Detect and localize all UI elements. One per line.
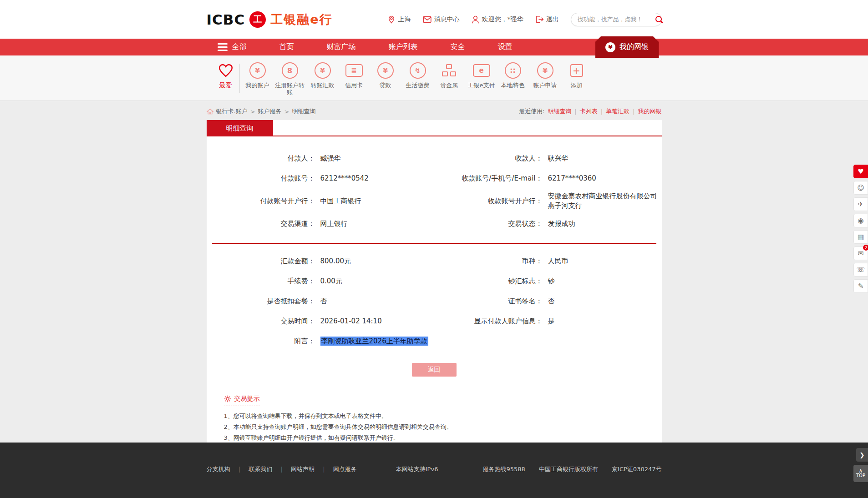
bill-payment-icon: ↯ [410, 62, 426, 79]
heart-icon [218, 63, 234, 78]
payee-bank-line2: 燕子河支行 [548, 201, 657, 211]
toolbar-transfer-remit[interactable]: ¥ 转账汇款 [305, 61, 340, 89]
main-nav: 全部 首页 财富广场 账户列表 安全 设置 ¥ 我的网银 [0, 39, 868, 55]
field-row-memo: 附言： 李刚资助耿亚兰2026上半年助学款 [207, 331, 662, 351]
recent-separator: | [633, 108, 635, 115]
cash-flag-value: 钞 [543, 277, 555, 286]
channel-value: 网上银行 [315, 220, 348, 228]
footer-links: 分支机构｜ 联系我们｜ 网站声明｜ 网点服务 [207, 465, 363, 473]
envelope-icon [423, 16, 431, 23]
toolbar-epay[interactable]: e 工银e支付 [464, 61, 499, 89]
toolbar-loan[interactable]: ¥ 贷款 [368, 61, 403, 89]
toolbar-credit-card[interactable]: ≣ 信用卡 [337, 61, 371, 89]
crumb-bank-card-account[interactable]: 银行卡.账户 [216, 107, 248, 116]
search-input[interactable] [578, 16, 655, 23]
tip-line-3: 3、网银互联账户明细由开户银行提供，如有疑问请联系开户银行。 [224, 433, 662, 442]
my-ebank-ribbon[interactable]: ¥ 我的网银 [595, 36, 659, 58]
beauty-promo-icon[interactable]: ♥ [853, 165, 868, 178]
memo-value-highlighted[interactable]: 李刚资助耿亚兰2026上半年助学款 [320, 337, 428, 346]
toolbar-favorites[interactable]: 最爱 [208, 61, 243, 89]
hotline-icon[interactable]: ☏ [853, 263, 868, 277]
site-search[interactable] [571, 13, 662, 26]
payee-bank-line1: 安徽金寨农村商业银行股份有限公司 [548, 191, 657, 201]
logout-icon [535, 15, 543, 23]
loan-icon: ¥ [377, 62, 394, 79]
toolbar-loan-label: 贷款 [368, 82, 403, 89]
footer-separator: ｜ [321, 465, 327, 473]
crumb-account-service[interactable]: 账户服务 [258, 107, 282, 116]
location-selector[interactable]: 上海 [387, 15, 411, 24]
sidebar-collapse-button[interactable]: ❯ [856, 448, 868, 462]
toolbar-bill-payment[interactable]: ↯ 生活缴费 [401, 61, 435, 89]
toolbar-my-account-label: 我的账户 [240, 82, 275, 89]
fee-value: 0.00元 [315, 277, 342, 286]
breadcrumb: 银行卡.账户 > 账户服务 > 明细查询 [207, 107, 316, 116]
currency-value: 人民币 [543, 257, 569, 266]
toolbar-epay-label: 工银e支付 [464, 82, 499, 89]
toolbar-precious-metal-label: 贵金属 [432, 82, 467, 89]
calendar-icon[interactable]: ▦ [853, 230, 868, 244]
nav-accounts[interactable]: 账户列表 [389, 42, 418, 52]
quick-access-toolbar: 最爱 ¥ 我的账户 8 注册账户转账 ¥ 转账汇款 ≣ 信用卡 ¥ 贷款 ↯ 生… [0, 55, 868, 101]
nav-all-menu[interactable]: 全部 [218, 42, 247, 52]
status-value: 发报成功 [543, 220, 575, 228]
logout-button[interactable]: 退出 [535, 15, 559, 24]
tab-detail-query[interactable]: 明细查询 [207, 120, 273, 136]
floating-sidebar: ♥ ☺ ✈ ◉ ▦ ✉ 2 ☏ ✎ [853, 165, 868, 296]
welcome-label: 欢迎您，*强华 [482, 15, 523, 24]
footer-hotline: 服务热线95588 [482, 466, 525, 473]
recent-link-my-ebank[interactable]: 我的网银 [638, 107, 662, 116]
toolbar-divider [239, 64, 240, 93]
recent-link-single-remit[interactable]: 单笔汇款 [606, 107, 629, 116]
nav-settings-label: 设置 [498, 42, 513, 52]
credit-card-icon: ≣ [345, 64, 363, 77]
footer-icp: 京ICP证030247号 [612, 466, 661, 473]
user-icon [472, 15, 479, 24]
welcome-user[interactable]: 欢迎您，*强华 [472, 15, 523, 24]
nav-wealth[interactable]: 财富广场 [327, 42, 356, 52]
footer-separator: ｜ [279, 465, 284, 473]
toolbar-account-apply[interactable]: ¥ 账户申请 [528, 61, 563, 89]
tip-line-1: 1、您可以将查询结果下载，并保存到文本或电子表格文件中。 [224, 412, 662, 420]
toolbar-add[interactable]: + 添加 [559, 61, 594, 89]
toolbar-bill-payment-label: 生活缴费 [401, 82, 435, 89]
detail-query-panel: 明细查询 付款人： 臧强华 收款人： 耿兴华 付款账号： 6212****054… [207, 120, 662, 466]
send-feedback-icon[interactable]: ✈ [853, 197, 868, 211]
toolbar-precious-metal[interactable]: 贵金属 [432, 61, 467, 89]
footer-link-statement[interactable]: 网站声明 [284, 465, 321, 473]
payee-value: 耿兴华 [543, 154, 569, 163]
footer-link-branches[interactable]: 分支机构 [207, 465, 237, 473]
home-icon[interactable] [207, 108, 213, 115]
mail-badge-count: 2 [863, 245, 868, 251]
back-to-top-button[interactable]: ∧ TOP [853, 465, 868, 482]
footer-copyright: 服务热线95588 中国工商银行版权所有 京ICP证030247号 [471, 465, 661, 473]
top-header: ICBC 工 工银融e行 上海 消息中心 欢迎您，*强华 退出 [0, 0, 868, 39]
back-button[interactable]: 返回 [412, 363, 457, 377]
camera-scan-icon[interactable]: ◉ [853, 214, 868, 227]
search-icon[interactable] [655, 15, 663, 24]
payer-value: 臧强华 [315, 154, 341, 163]
footer-link-contact[interactable]: 联系我们 [242, 465, 279, 473]
recent-link-card-list[interactable]: 卡列表 [580, 107, 598, 116]
payee-label: 收款人： [434, 154, 543, 163]
message-center-link[interactable]: 消息中心 [423, 15, 460, 24]
toolbar-local-features-label: 本地特色 [496, 82, 530, 89]
footer-link-outlets[interactable]: 网点服务 [327, 465, 363, 473]
nav-settings[interactable]: 设置 [498, 42, 513, 52]
currency-label: 币种： [434, 257, 543, 266]
txn-time-label: 交易时间： [207, 317, 315, 326]
mail-notifications-icon[interactable]: ✉ 2 [853, 246, 868, 260]
toolbar-my-account[interactable]: ¥ 我的账户 [240, 61, 275, 89]
customer-service-icon[interactable]: ☺ [853, 181, 868, 195]
nav-security[interactable]: 安全 [451, 42, 465, 52]
notes-icon[interactable]: ✎ [853, 279, 868, 293]
toolbar-registered-transfer[interactable]: 8 注册账户转账 [273, 61, 307, 96]
nav-home[interactable]: 首页 [279, 42, 294, 52]
location-pin-icon [387, 15, 396, 24]
toolbar-local-features[interactable]: ∷ 本地特色 [496, 61, 530, 89]
field-row-payer-payee: 付款人： 臧强华 收款人： 耿兴华 [207, 148, 662, 168]
field-row-time-showinfo: 交易时间： 2026-01-02 14:10 显示付款人账户信息： 是 [207, 311, 662, 331]
payee-account-label: 收款账号/手机号/E-mail： [434, 174, 543, 183]
field-row-amount-currency: 汇款金额： 800.00元 币种： 人民币 [207, 251, 662, 271]
recent-link-detail-query[interactable]: 明细查询 [548, 107, 571, 116]
